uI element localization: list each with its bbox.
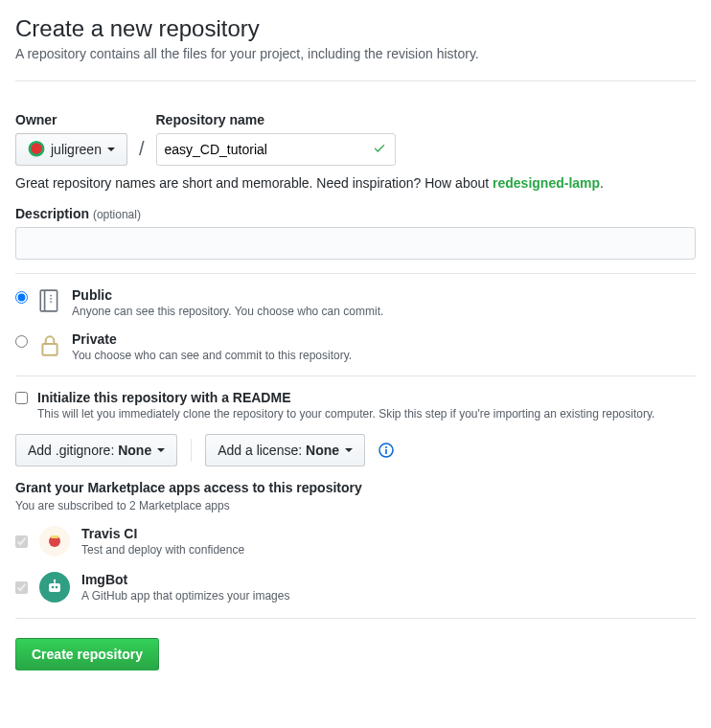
app-checkbox-travis[interactable] bbox=[15, 535, 28, 548]
svg-point-2 bbox=[50, 295, 52, 297]
repo-name-group: Repository name bbox=[156, 112, 396, 166]
license-dropdown[interactable]: Add a license: None bbox=[205, 434, 365, 466]
create-repository-button[interactable]: Create repository bbox=[15, 638, 159, 671]
init-readme-title: Initialize this repository with a README bbox=[37, 390, 654, 405]
private-radio[interactable] bbox=[15, 335, 28, 348]
svg-rect-5 bbox=[42, 344, 57, 355]
app-desc: A GitHub app that optimizes your images bbox=[81, 589, 289, 603]
owner-avatar-icon bbox=[28, 141, 45, 158]
caret-down-icon bbox=[107, 148, 115, 151]
travis-ci-icon bbox=[39, 526, 70, 557]
svg-point-13 bbox=[56, 586, 58, 589]
repo-name-label: Repository name bbox=[156, 112, 396, 127]
lock-icon bbox=[37, 331, 62, 361]
divider bbox=[15, 618, 696, 619]
owner-label: Owner bbox=[15, 112, 127, 127]
svg-point-7 bbox=[385, 446, 387, 448]
divider bbox=[15, 273, 696, 274]
owner-select-button[interactable]: juligreen bbox=[15, 133, 127, 166]
owner-username: juligreen bbox=[51, 142, 102, 157]
suggestion-link[interactable]: redesigned-lamp bbox=[493, 175, 600, 191]
public-radio[interactable] bbox=[15, 291, 28, 304]
public-sub: Anyone can see this repository. You choo… bbox=[72, 305, 383, 318]
caret-down-icon bbox=[157, 448, 165, 452]
init-readme-sub: This will let you immediately clone the … bbox=[37, 407, 654, 421]
apps-heading: Grant your Marketplace apps access to th… bbox=[15, 480, 696, 495]
apps-sub: You are subscribed to 2 Marketplace apps bbox=[15, 499, 696, 512]
app-name: ImgBot bbox=[81, 572, 289, 587]
app-desc: Test and deploy with confidence bbox=[81, 543, 244, 557]
app-name: Travis CI bbox=[81, 526, 244, 541]
gitignore-dropdown[interactable]: Add .gitignore: None bbox=[15, 434, 177, 466]
svg-rect-0 bbox=[40, 290, 57, 311]
repo-name-input[interactable] bbox=[156, 133, 396, 166]
init-readme-checkbox[interactable] bbox=[15, 392, 28, 404]
caret-down-icon bbox=[345, 448, 353, 452]
page-subtitle: A repository contains all the files for … bbox=[15, 46, 696, 61]
page-title: Create a new repository bbox=[15, 15, 696, 42]
svg-rect-10 bbox=[51, 535, 58, 538]
imgbot-icon bbox=[39, 572, 70, 603]
svg-rect-11 bbox=[49, 583, 60, 592]
check-icon bbox=[373, 142, 386, 158]
svg-point-4 bbox=[50, 301, 52, 303]
svg-point-3 bbox=[50, 298, 52, 300]
info-icon[interactable] bbox=[378, 443, 394, 458]
description-label: Description (optional) bbox=[15, 206, 696, 221]
public-title: Public bbox=[72, 287, 383, 303]
divider bbox=[15, 375, 696, 376]
app-checkbox-imgbot[interactable] bbox=[15, 581, 28, 594]
divider-vertical bbox=[191, 439, 192, 462]
svg-rect-8 bbox=[385, 449, 387, 454]
divider bbox=[15, 80, 696, 81]
svg-point-15 bbox=[54, 580, 56, 581]
repo-public-icon bbox=[37, 287, 62, 317]
private-sub: You choose who can see and commit to thi… bbox=[72, 349, 352, 362]
svg-point-12 bbox=[52, 586, 55, 589]
description-input[interactable] bbox=[15, 227, 696, 260]
slash-separator: / bbox=[137, 138, 147, 166]
owner-group: Owner juligreen bbox=[15, 112, 127, 166]
private-title: Private bbox=[72, 331, 352, 347]
inspiration-text: Great repository names are short and mem… bbox=[15, 175, 696, 191]
